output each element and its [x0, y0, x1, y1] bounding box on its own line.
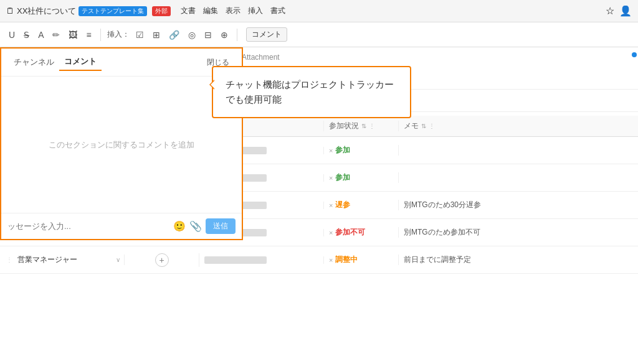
cell-status-3: × 遅参 — [324, 200, 399, 210]
cell-status-4: × 参加不可 — [324, 227, 399, 238]
name-placeholder-5 — [204, 256, 267, 264]
circle-icon[interactable]: ◎ — [186, 29, 198, 41]
chat-footer: 🙂 📎 送信 — [1, 213, 242, 239]
star-icon[interactable]: ☆ — [606, 5, 614, 17]
x-icon-4: × — [329, 229, 333, 236]
align-icon[interactable]: ≡ — [83, 29, 93, 41]
divider2 — [237, 29, 237, 41]
template-badge: テストテンプレート集 — [79, 6, 147, 16]
top-bar: 🗒 XX社件について テストテンプレート集 外部 文書 編集 表示 挿入 書式 … — [0, 0, 638, 22]
link-icon[interactable]: 🔗 — [166, 29, 182, 41]
window-title: 🗒 XX社件について テストテンプレート集 外部 — [6, 6, 171, 17]
chat-header: チャンネル コメント 閉じる — [1, 49, 242, 77]
cell-memo-5: 前日までに調整予定 — [399, 254, 638, 265]
toolbar: U S̶ A ✏ 🖼 ≡ 挿入： ☑ ⊞ 🔗 ◎ ⊟ ⊕ コメント — [0, 22, 638, 47]
status-label-4: 参加不可 — [335, 227, 365, 238]
menu-bar: 文書 編集 表示 挿入 書式 — [181, 6, 285, 16]
plus-icon[interactable]: ⊕ — [218, 29, 231, 41]
chat-tab-channel[interactable]: チャンネル — [9, 54, 59, 70]
chat-send-button[interactable]: 送信 — [206, 218, 236, 234]
grid-icon[interactable]: ⊟ — [202, 29, 214, 41]
x-icon-3: × — [329, 202, 333, 209]
memo-sort-icon[interactable]: ⇅ — [421, 123, 426, 129]
role-dropdown-5[interactable]: ∨ — [116, 256, 120, 263]
cell-memo-4: 別MTGのため参加不可 — [399, 227, 638, 238]
status-sort-icon[interactable]: ⇅ — [361, 123, 366, 129]
emoji-icon[interactable]: 🙂 — [173, 220, 186, 232]
add-owner-5[interactable]: + — [155, 253, 169, 267]
memo-filter-icon[interactable]: ⋮ — [429, 123, 435, 129]
cell-status-1: × 参加 — [324, 145, 399, 156]
underline-icon[interactable]: U — [6, 29, 17, 41]
chat-panel: チャンネル コメント 閉じる このセクションに関するコメントを追加 🙂 📎 送信 — [0, 47, 243, 240]
highlight-icon[interactable]: ✏ — [50, 29, 62, 41]
top-right-icons: ☆ 👤 — [606, 5, 632, 17]
table-icon[interactable]: ⊞ — [150, 29, 163, 41]
x-icon-1: × — [329, 147, 333, 154]
status-filter-icon[interactable]: ⋮ — [369, 123, 375, 129]
row-handle-5: ⋮ — [4, 256, 15, 263]
blue-dot — [632, 52, 637, 57]
comment-button[interactable]: コメント — [246, 27, 287, 42]
menu-edit[interactable]: 編集 — [203, 6, 218, 16]
x-icon-5: × — [329, 256, 333, 264]
chat-message-input[interactable] — [7, 222, 169, 231]
menu-insert[interactable]: 挿入 — [248, 6, 263, 16]
chat-tab-comment[interactable]: コメント — [59, 54, 102, 71]
role-label-5: 営業マネージャー — [17, 254, 77, 265]
menu-format[interactable]: 書式 — [270, 6, 285, 16]
cell-name-5 — [199, 256, 324, 264]
cell-status-5: × 調整中 — [324, 254, 399, 265]
user-icon[interactable]: 👤 — [619, 5, 632, 17]
x-icon-2: × — [329, 174, 333, 182]
status-label-1: 参加 — [335, 145, 350, 156]
status-label-3: 遅参 — [335, 200, 350, 210]
attach-icon[interactable]: 📎 — [189, 220, 202, 232]
attachment-label: Attachment — [242, 53, 280, 62]
col-header-memo: メモ ⇅ ⋮ — [399, 121, 638, 131]
strikethrough-icon[interactable]: S̶ — [21, 29, 32, 41]
external-badge: 外部 — [152, 6, 171, 16]
col-header-status: 参加状況 ⇅ ⋮ — [324, 121, 399, 131]
cell-status-2: × 参加 — [324, 172, 399, 183]
table-row: ⋮ 営業マネージャー ∨ + × 調整中 前日までに調整予定 — [0, 246, 638, 274]
cell-role-5: ⋮ 営業マネージャー ∨ — [0, 254, 125, 265]
image-icon[interactable]: 🖼 — [66, 29, 80, 41]
chat-body: このセクションに関するコメントを追加 — [1, 77, 242, 213]
main-area: Attachment Choose File... Set Status... … — [0, 47, 638, 364]
checkbox-icon[interactable]: ☑ — [133, 29, 146, 41]
menu-doc[interactable]: 文書 — [181, 6, 196, 16]
cell-memo-3: 別MTGのため30分遅参 — [399, 200, 638, 210]
menu-view[interactable]: 表示 — [226, 6, 240, 16]
font-color-icon[interactable]: A — [36, 29, 46, 41]
divider1 — [100, 29, 101, 41]
tooltip-bubble: チャット機能はプロジェクトトラッカーでも使用可能 — [212, 66, 411, 118]
title-icon: 🗒 — [6, 6, 14, 16]
cell-owner-5: + — [125, 253, 199, 267]
attachment-header: Attachment — [237, 47, 638, 67]
status-label-5: 調整中 — [335, 254, 358, 265]
insert-label: 挿入： — [107, 29, 130, 40]
status-label-2: 参加 — [335, 172, 350, 183]
